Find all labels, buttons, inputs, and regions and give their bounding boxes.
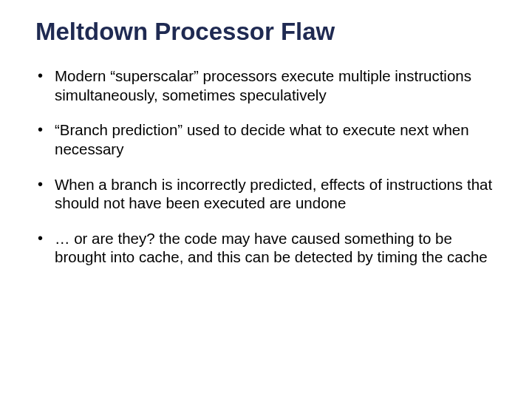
slide-title: Meltdown Processor Flaw xyxy=(35,18,497,46)
list-item: … or are they? the code may have caused … xyxy=(35,229,497,267)
bullet-list: Modern “superscalar” processors execute … xyxy=(35,66,497,267)
slide: Meltdown Processor Flaw Modern “supersca… xyxy=(0,0,532,399)
list-item: When a branch is incorrectly predicted, … xyxy=(35,175,497,213)
list-item: Modern “superscalar” processors execute … xyxy=(35,66,497,104)
list-item: “Branch prediction” used to decide what … xyxy=(35,120,497,158)
